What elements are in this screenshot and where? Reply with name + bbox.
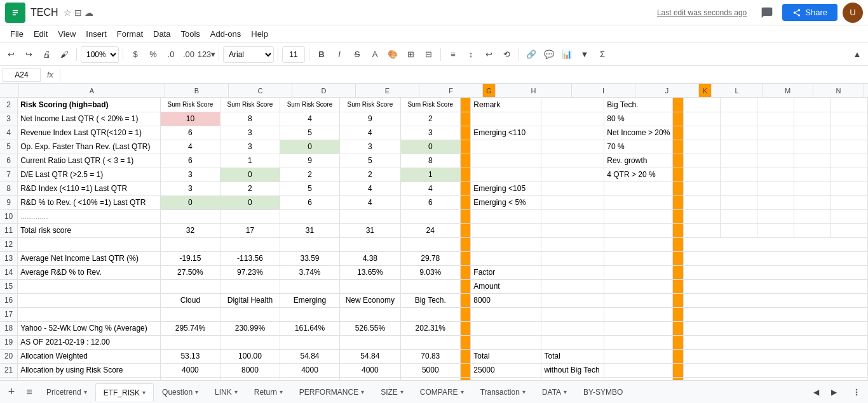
cell-h20[interactable]: Total bbox=[471, 349, 541, 363]
cloud-icon[interactable]: ☁ bbox=[85, 8, 93, 18]
cell-m4[interactable] bbox=[720, 126, 757, 140]
cell-c19[interactable] bbox=[220, 335, 280, 349]
strikethrough-button[interactable]: S bbox=[349, 46, 365, 63]
cell-f11[interactable]: 24 bbox=[400, 223, 460, 237]
cell-j4[interactable]: Net Income > 20% bbox=[604, 126, 673, 140]
cell-e7[interactable]: 2 bbox=[339, 168, 400, 182]
cell-e11[interactable]: 31 bbox=[339, 223, 400, 237]
cell-d21[interactable]: 4000 bbox=[280, 363, 339, 377]
cell-m9[interactable] bbox=[720, 195, 757, 209]
cell-m8[interactable] bbox=[720, 182, 757, 195]
cell-g13[interactable] bbox=[460, 251, 471, 265]
zoom-select[interactable]: 100% bbox=[81, 46, 119, 63]
cell-c16[interactable]: Digital Health bbox=[220, 293, 280, 307]
app-icon[interactable] bbox=[5, 3, 25, 23]
cell-g12[interactable] bbox=[460, 237, 471, 251]
cell-i6[interactable] bbox=[541, 154, 604, 168]
cell-f21[interactable]: 5000 bbox=[400, 363, 460, 377]
cell-n6[interactable] bbox=[757, 154, 794, 168]
cell-k17[interactable] bbox=[673, 307, 684, 321]
col-header-e[interactable]: E bbox=[356, 84, 419, 97]
tab-transaction[interactable]: Transaction ▾ bbox=[472, 383, 534, 401]
cell-e12[interactable] bbox=[339, 237, 400, 251]
print-button[interactable]: 🖨 bbox=[38, 46, 55, 63]
cell-g4[interactable] bbox=[460, 126, 471, 140]
menu-addons[interactable]: Add-ons bbox=[205, 25, 246, 43]
cell-e2[interactable]: Sum Risk Score bbox=[339, 98, 400, 112]
rownum-17[interactable]: 17 bbox=[0, 307, 18, 321]
cell-o3[interactable] bbox=[794, 112, 831, 126]
cell-m7[interactable] bbox=[720, 168, 757, 182]
cell-e10[interactable] bbox=[339, 209, 400, 223]
rownum-2[interactable]: 2 bbox=[0, 98, 18, 112]
cell-o6[interactable] bbox=[794, 154, 831, 168]
cell-m11[interactable] bbox=[720, 223, 757, 237]
cell-j11[interactable] bbox=[604, 223, 673, 237]
cell-i10[interactable] bbox=[541, 209, 604, 223]
cell-o11[interactable] bbox=[794, 223, 831, 237]
tab-size-menu[interactable]: ▾ bbox=[400, 388, 403, 395]
tabs-nav-left[interactable]: ◀ bbox=[807, 383, 825, 401]
cell-a19[interactable]: AS OF 2021-02-19 : 12.00 bbox=[18, 335, 161, 349]
rownum-8[interactable]: 8 bbox=[0, 182, 18, 195]
cell-j12[interactable] bbox=[604, 237, 673, 251]
cell-c6[interactable]: 1 bbox=[220, 154, 280, 168]
cell-j7[interactable]: 4 QTR > 20 % bbox=[604, 168, 673, 182]
cell-h17[interactable] bbox=[471, 307, 541, 321]
cell-i21[interactable]: without Big Tech bbox=[541, 363, 604, 377]
cell-b12[interactable] bbox=[160, 237, 220, 251]
user-avatar[interactable]: U bbox=[843, 3, 863, 23]
cell-c21[interactable]: 8000 bbox=[220, 363, 280, 377]
rownum-18[interactable]: 18 bbox=[0, 321, 18, 335]
rownum-3[interactable]: 3 bbox=[0, 112, 18, 126]
cell-i13[interactable] bbox=[541, 251, 604, 265]
cell-l2[interactable] bbox=[683, 98, 720, 112]
col-header-k[interactable]: K bbox=[699, 84, 712, 97]
cell-e16[interactable]: New Economy bbox=[339, 293, 400, 307]
cell-d4[interactable]: 5 bbox=[280, 126, 339, 140]
cell-b11[interactable]: 32 bbox=[160, 223, 220, 237]
col-header-n[interactable]: N bbox=[813, 84, 864, 97]
cell-c8[interactable]: 2 bbox=[220, 182, 280, 195]
cell-o7[interactable] bbox=[794, 168, 831, 182]
cell-g18[interactable] bbox=[460, 321, 471, 335]
menu-format[interactable]: Format bbox=[112, 25, 148, 43]
cell-f9[interactable]: 6 bbox=[400, 195, 460, 209]
fill-color-button[interactable]: 🎨 bbox=[384, 46, 401, 63]
formula-input[interactable] bbox=[60, 68, 865, 82]
cell-a9[interactable]: R&D % to Rev. ( <10% =1) Last QTR bbox=[18, 195, 161, 209]
cell-a20[interactable]: Allocation Weighted bbox=[18, 349, 161, 363]
cell-k8[interactable] bbox=[673, 182, 684, 195]
cell-n9[interactable] bbox=[757, 195, 794, 209]
chart-button[interactable]: 📊 bbox=[559, 46, 575, 63]
cell-l6[interactable] bbox=[683, 154, 720, 168]
cell-i18[interactable] bbox=[541, 321, 604, 335]
cell-e20[interactable]: 54.84 bbox=[339, 349, 400, 363]
cell-k16[interactable] bbox=[673, 293, 684, 307]
cell-b9[interactable]: 0 bbox=[160, 195, 220, 209]
rownum-6[interactable]: 6 bbox=[0, 154, 18, 168]
cell-h2[interactable]: Remark bbox=[471, 98, 541, 112]
cell-g3[interactable] bbox=[460, 112, 471, 126]
cell-k15[interactable] bbox=[673, 279, 684, 293]
cell-e5[interactable]: 3 bbox=[339, 140, 400, 154]
cell-h15[interactable]: Amount bbox=[471, 279, 541, 293]
redo-button[interactable]: ↪ bbox=[20, 46, 37, 63]
cell-o9[interactable] bbox=[794, 195, 831, 209]
rownum-4[interactable]: 4 bbox=[0, 126, 18, 140]
tab-etf-risk-menu[interactable]: ▾ bbox=[142, 389, 146, 396]
cell-o5[interactable] bbox=[794, 140, 831, 154]
cell-h7[interactable] bbox=[471, 168, 541, 182]
cell-o10[interactable] bbox=[794, 209, 831, 223]
cell-b13[interactable]: -19.15 bbox=[160, 251, 220, 265]
cell-p5[interactable] bbox=[831, 140, 867, 154]
tab-data-menu[interactable]: ▾ bbox=[564, 388, 567, 395]
menu-file[interactable]: File bbox=[5, 25, 29, 43]
cell-f19[interactable] bbox=[400, 335, 460, 349]
cell-i19[interactable] bbox=[541, 335, 604, 349]
cell-k20[interactable] bbox=[673, 349, 684, 363]
cell-p10[interactable] bbox=[831, 209, 867, 223]
cell-p11[interactable] bbox=[831, 223, 867, 237]
col-header-m[interactable]: M bbox=[763, 84, 813, 97]
cell-d9[interactable]: 6 bbox=[280, 195, 339, 209]
